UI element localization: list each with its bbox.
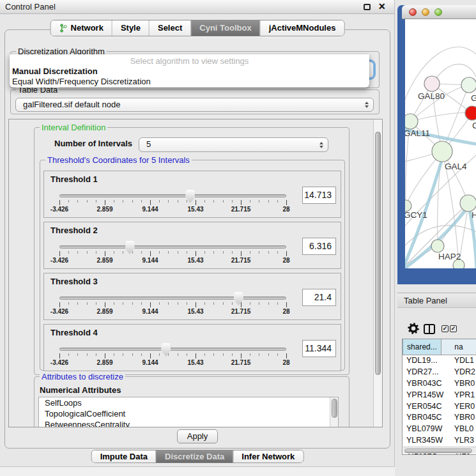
network-node-gal80[interactable] <box>424 76 440 91</box>
tick-mark <box>59 200 60 205</box>
tick-mark <box>114 353 114 356</box>
tick-mark <box>286 302 287 307</box>
threshold-value-field[interactable]: 14.713 <box>302 187 336 204</box>
tick-mark <box>250 251 250 254</box>
tick-mark <box>105 251 105 256</box>
tick-label: 9.144 <box>142 206 158 213</box>
tick-mark <box>268 353 269 356</box>
cell-name: YBR0 <box>451 378 476 390</box>
threshold-panel-4: Threshold 4-3.4262.8599.14415.4321.71528… <box>43 324 341 371</box>
table-header-row: shared... na <box>403 339 476 355</box>
tick-mark <box>241 200 242 205</box>
cell-name: YPR1 <box>451 390 476 401</box>
horizontal-scrollbar-thumb[interactable] <box>404 449 472 453</box>
tick-mark <box>204 200 205 203</box>
slider-track[interactable] <box>59 245 286 249</box>
horizontal-scrollbar[interactable] <box>403 447 476 454</box>
tick-mark <box>232 302 233 305</box>
tab-cyni-toolbox[interactable]: Cyni Toolbox <box>190 20 259 36</box>
attribute-item-selfloops[interactable]: SelfLoops <box>39 397 338 408</box>
table-row[interactable]: YDL19...YDL1 <box>403 355 476 367</box>
node-attribute-table[interactable]: shared... na YDL19...YDL1YDR27...YDR2YBR… <box>402 339 476 455</box>
bottom-tab-discretize-data[interactable]: Discretize Data <box>156 450 233 463</box>
bottom-tab-infer-network[interactable]: Infer Network <box>233 450 303 463</box>
table-row[interactable]: YBR043CYBR0 <box>403 378 476 390</box>
split-view-icon[interactable] <box>424 324 435 334</box>
table-row[interactable]: YBL079WYBL0 <box>403 424 476 435</box>
tick-mark <box>105 353 105 358</box>
checkbox-icon[interactable]: ✓ <box>450 325 457 332</box>
table-row[interactable]: YDR27...YDR2 <box>403 367 476 378</box>
vertical-scrollbar[interactable] <box>373 119 382 427</box>
list-scrollbar[interactable] <box>330 397 338 427</box>
tick-mark <box>141 353 142 356</box>
close-traffic-icon[interactable] <box>409 8 417 16</box>
gear-icon[interactable] <box>408 323 419 334</box>
apply-button[interactable]: Apply <box>177 429 218 443</box>
network-canvas[interactable]: GAL80GACGAL11GAL4GCY1HHAP2 <box>405 19 476 268</box>
threshold-label: Threshold 4 <box>50 328 98 337</box>
node-label: GAL4 <box>445 162 467 171</box>
network-node-h[interactable] <box>460 195 476 211</box>
threshold-value-field[interactable]: 11.344 <box>302 340 336 357</box>
network-node-hap2[interactable] <box>431 240 444 252</box>
float-icon[interactable] <box>364 4 371 10</box>
bottom-tab-impute-data[interactable]: Impute Data <box>92 450 156 463</box>
algorithm-option-manual[interactable]: Manual Discretization <box>12 66 367 77</box>
tick-mark <box>196 353 196 358</box>
node-label: GAL80 <box>418 91 445 101</box>
tab-label: jActiveMNodules <box>269 20 336 36</box>
zoom-traffic-icon[interactable] <box>434 8 442 16</box>
network-node-c[interactable] <box>465 106 476 120</box>
list-scrollbar-thumb[interactable] <box>332 399 337 418</box>
vertical-scrollbar-thumb[interactable] <box>375 132 381 375</box>
cell-shared-name: YDR27... <box>403 367 451 378</box>
threshold-value-field[interactable]: 21.4 <box>302 289 336 306</box>
algorithm-option-equal-width[interactable]: Equal Width/Frequency Discretization <box>12 77 367 87</box>
column-header-shared-name[interactable]: shared... <box>403 339 441 355</box>
tab-select[interactable]: Select <box>149 20 190 36</box>
tick-mark <box>178 251 178 254</box>
network-node-gal4[interactable] <box>432 141 452 162</box>
close-icon[interactable]: × <box>378 0 385 13</box>
slider-ticks <box>59 200 286 206</box>
network-node-gal11[interactable] <box>405 114 418 129</box>
tab-style[interactable]: Style <box>112 20 149 36</box>
slider-track[interactable] <box>59 296 286 300</box>
table-row[interactable]: YER054CYER0 <box>403 401 476 413</box>
slider-track[interactable] <box>59 348 286 351</box>
network-view-window: GAL80GACGAL11GAL4GCY1HHAP2 <box>397 5 476 284</box>
numerical-attributes-list[interactable]: SelfLoopsTopologicalCoefficientBetweenne… <box>38 397 339 427</box>
threshold-label: Threshold 3 <box>50 277 98 286</box>
network-node-ga[interactable] <box>461 77 476 93</box>
tick-mark <box>241 353 242 358</box>
checkbox-icon[interactable]: ✓ <box>441 325 449 332</box>
tick-label: 9.144 <box>142 308 158 315</box>
attribute-item-betweennesscentrality[interactable]: BetweennessCentrality <box>39 419 338 427</box>
table-row[interactable]: YBR045CYBR0 <box>403 412 476 424</box>
network-window-titlebar[interactable] <box>402 5 476 19</box>
tick-mark <box>159 200 160 203</box>
slider-track[interactable] <box>59 194 286 197</box>
tick-mark <box>223 302 224 305</box>
table-data-combo[interactable]: galFiltered.sif default node <box>15 98 374 112</box>
threshold-value-field[interactable]: 6.316 <box>302 238 336 255</box>
number-of-intervals-combo[interactable]: 5 <box>139 137 328 152</box>
tick-mark <box>105 302 105 307</box>
tick-mark <box>114 200 114 203</box>
tab-jactivemnodules[interactable]: jActiveMNodules <box>260 20 344 36</box>
control-panel-titlebar: Control Panel × <box>0 0 394 14</box>
node-label: H <box>472 210 476 220</box>
tick-mark <box>196 251 196 256</box>
attribute-item-topologicalcoefficient[interactable]: TopologicalCoefficient <box>39 408 338 419</box>
table-row[interactable]: YLR345WYLR3 <box>403 435 476 447</box>
minimize-traffic-icon[interactable] <box>422 8 429 16</box>
tab-label: Select <box>158 20 182 36</box>
column-header-name[interactable]: na <box>441 339 476 355</box>
thresholds-group: Threshold's Coordinates for 5 Intervals … <box>40 160 345 371</box>
tick-mark <box>178 302 178 305</box>
table-row[interactable]: YPR145WYPR1 <box>403 390 476 401</box>
cell-name: YBL0 <box>451 424 476 435</box>
tab-network[interactable]: Network <box>51 20 112 36</box>
tick-mark <box>87 302 88 305</box>
